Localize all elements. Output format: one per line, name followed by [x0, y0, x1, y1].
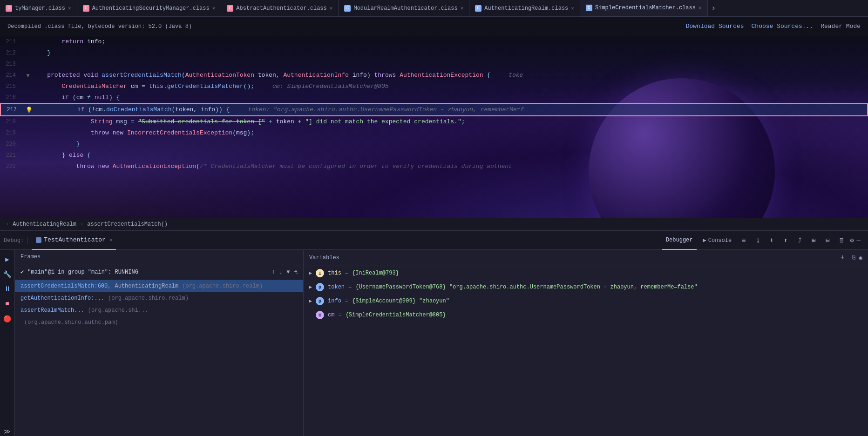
line-gutter: ▽ [23, 73, 33, 78]
settings-sidebar-icon[interactable]: 🔧 [2, 268, 13, 280]
tab-close[interactable]: ✕ [571, 5, 574, 11]
var-equals: = [345, 270, 348, 276]
frames-header: Frames [15, 250, 303, 264]
expand-arrow[interactable]: ▶ [309, 298, 312, 304]
frames-table-button[interactable]: ⊟ [822, 235, 833, 246]
line-number: 218 [0, 119, 23, 125]
var-name-this: this [328, 270, 341, 276]
evaluate-button[interactable]: ⊞ [808, 235, 819, 246]
tab-tymanager[interactable]: C tyManager.class ✕ [0, 0, 77, 17]
pause-icon[interactable]: ⏸ [2, 283, 13, 295]
tab-close[interactable]: ✕ [698, 5, 702, 11]
line-code: } else { [33, 150, 864, 161]
expand-arrow[interactable]: ▶ [309, 284, 312, 290]
tab-simplecredentialsmatcher[interactable]: C SimpleCredentialsMatcher.class ✕ [580, 0, 708, 17]
filter-icon[interactable]: ⚗ [294, 268, 298, 276]
thread-label: "main"@1 in group "main": RUNNING [27, 269, 268, 275]
line-number: 214 [0, 72, 23, 79]
debug-tabs-header: Debug: TestAuthenticator ✕ Debugger ▶ Co… [0, 231, 868, 250]
var-name-info: info [328, 298, 341, 304]
tab-label: AbstractAuthenticator.class [236, 5, 326, 12]
tab-icon: C [6, 5, 12, 12]
code-line-219: 219 throw new IncorrectCredentialsExcept… [0, 127, 868, 139]
frame-item-1[interactable]: getAuthenticationInfo:... (org.apache.sh… [15, 292, 303, 304]
var-name-token: token [328, 284, 345, 290]
frame-package: (org.apache.shiro.authc.pam) [24, 319, 118, 326]
expand-arrow[interactable]: ▶ [309, 270, 312, 276]
variables-header: Variables + ⎘ ◉ [304, 250, 868, 266]
line-number: 220 [0, 141, 23, 148]
variables-label: Variables [309, 255, 339, 261]
breadcrumb-class[interactable]: AuthenticatingRealm [13, 221, 76, 228]
expand-arrow[interactable]: ▶ [309, 312, 312, 318]
line-code: protected void assertCredentialsMatch(Au… [33, 70, 864, 81]
tab-modularrealmauthenticator[interactable]: C ModularRealmAuthenticator.class ✕ [339, 0, 469, 17]
frame-item-3[interactable]: (org.apache.shiro.authc.pam) [15, 316, 303, 329]
tab-close[interactable]: ✕ [461, 5, 464, 11]
frames-label: Frames [20, 254, 41, 260]
variable-item-this[interactable]: ▶ i this = {IniRealm@793} [304, 266, 868, 280]
minimize-icon[interactable]: — [857, 237, 861, 244]
settings-icon[interactable]: ⚙ [850, 236, 854, 244]
debug-active-tab[interactable]: TestAuthenticator ✕ [32, 231, 116, 250]
step-out-button[interactable]: ⬆ [780, 235, 791, 246]
tab-icon: C [344, 5, 351, 12]
reader-mode-button[interactable]: Reader Mode [821, 23, 861, 30]
var-value-this: {IniRealm@793} [352, 270, 399, 276]
tab-bar: C tyManager.class ✕ C AuthenticatingSecu… [0, 0, 868, 17]
line-number: 213 [0, 61, 23, 67]
debug-tab-close[interactable]: ✕ [109, 237, 113, 243]
line-number: 219 [0, 130, 23, 136]
line-code: } [33, 139, 864, 150]
line-code: String msg = "Submitted credentials for … [33, 116, 864, 127]
var-equals: = [345, 298, 348, 304]
tab-close[interactable]: ✕ [212, 5, 216, 11]
decompiled-info: Decompiled .class file, bytecode version… [7, 23, 192, 30]
variable-item-cm[interactable]: ▶ c cm = {SimpleCredentialsMatcher@805} [304, 308, 868, 322]
line-number: 217 [1, 107, 24, 113]
frame-item-0[interactable]: assertCredentialsMatch:600, Authenticati… [15, 280, 303, 292]
svg-rect-0 [36, 237, 41, 243]
frame-package: (org.apache.shiro.realm) [182, 283, 263, 289]
var-equals: = [338, 312, 341, 318]
download-sources-button[interactable]: Download Sources [686, 23, 744, 30]
resume-icon[interactable]: ▶ [2, 254, 13, 265]
thread-dropdown[interactable]: ▼ [286, 269, 290, 275]
variable-item-token[interactable]: ▶ p token = {UsernamePasswordToken@768} … [304, 280, 868, 294]
line-code: return info; [33, 36, 864, 47]
step-into-button[interactable]: ⬇ [766, 235, 777, 246]
breadcrumb-method[interactable]: assertCredentialsMatch() [87, 221, 168, 228]
frame-item-2[interactable]: assertRealmMatch... (org.apache.shi... [15, 304, 303, 316]
debug-label: Debug: [4, 237, 28, 244]
choose-sources-button[interactable]: Choose Sources... [752, 23, 814, 30]
show-execution-point-button[interactable]: ≡ [738, 235, 749, 246]
tab-close[interactable]: ✕ [68, 5, 71, 11]
expand-icon[interactable]: ≫ [2, 426, 13, 436]
tab-authenticatingrealm[interactable]: C AuthenticatingRealm.class ✕ [469, 0, 580, 17]
frame-name: getAuthenticationInfo:... [20, 295, 104, 302]
step-over-button[interactable]: ⤵ [752, 235, 763, 246]
mute-icon[interactable]: 🔴 [2, 313, 13, 324]
watch-icon[interactable]: ◉ [859, 255, 862, 262]
line-code: } [33, 47, 864, 59]
tab-abstractauthenticator[interactable]: C AbstractAuthenticator.class ✕ [221, 0, 339, 17]
tab-icon: C [227, 5, 233, 12]
var-value-token: {UsernamePasswordToken@768} "org.apache.… [355, 284, 698, 290]
stop-icon[interactable]: ■ [2, 298, 13, 309]
console-tab[interactable]: ▶ Console [699, 231, 736, 250]
add-variable-button[interactable]: + [840, 254, 845, 262]
threads-button[interactable]: ≣ [836, 235, 847, 246]
tab-close[interactable]: ✕ [330, 5, 333, 11]
variable-item-info[interactable]: ▶ p info = {SimpleAccount@909} "zhaoyun" [304, 294, 868, 308]
code-line-215: 215 CredentialsMatcher cm = this.getCred… [0, 81, 868, 92]
tab-overflow[interactable]: › [708, 4, 720, 13]
thread-up-button[interactable]: ↑ [272, 268, 276, 275]
line-code: if (!cm.doCredentialsMatch(token, info))… [34, 104, 863, 115]
thread-down-button[interactable]: ↓ [279, 268, 283, 275]
run-to-cursor-button[interactable]: ⤴ [794, 235, 805, 246]
debugger-tab[interactable]: Debugger [662, 231, 697, 250]
variables-toolbar: ⎘ ◉ [852, 255, 862, 262]
tab-label: tyManager.class [15, 5, 65, 12]
copy-icon[interactable]: ⎘ [852, 255, 855, 262]
tab-authenticatingsecuritymanager[interactable]: C AuthenticatingSecurityManager.class ✕ [77, 0, 222, 17]
